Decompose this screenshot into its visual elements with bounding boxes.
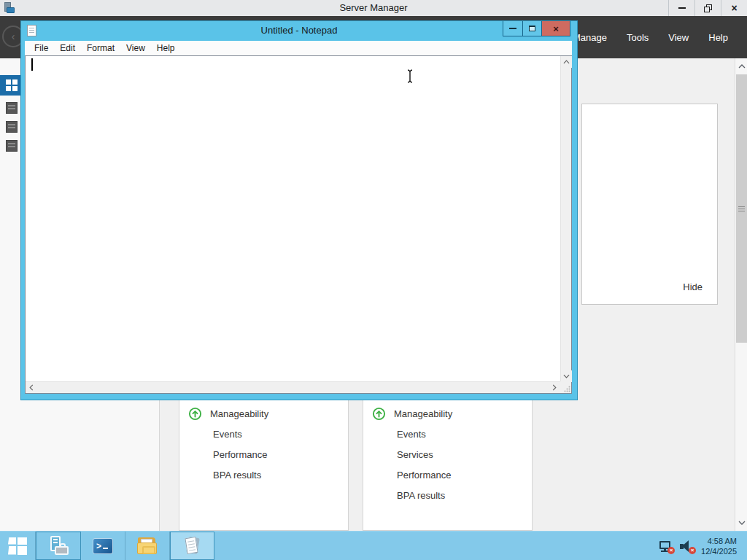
tile1-performance-link[interactable]: Performance (213, 449, 267, 460)
clock-date: 12/4/2025 (701, 546, 737, 556)
notepad-body: File Edit Format View Help (25, 41, 572, 394)
chevron-left-icon (29, 384, 34, 391)
resize-grip-icon (562, 384, 571, 393)
chevron-down-icon (563, 374, 570, 378)
notepad-menu-edit[interactable]: Edit (54, 43, 81, 53)
tile2-bpa-link[interactable]: BPA results (397, 490, 445, 501)
system-tray: × × 4:58 AM 12/4/2025 (659, 532, 747, 560)
menu-manage[interactable]: Manage (573, 32, 607, 43)
tile2-performance-link[interactable]: Performance (397, 470, 451, 481)
tile1-events-row: Events (179, 424, 348, 444)
chevron-right-icon (552, 384, 557, 391)
status-up-arrow-icon (188, 407, 202, 421)
notepad-menu-help[interactable]: Help (151, 43, 181, 53)
notepad-titlebar[interactable]: Untitled - Notepad × (21, 21, 577, 41)
notepad-close-button[interactable]: × (541, 21, 570, 36)
taskbar: > × × 4:58 AM 12/4/2 (0, 531, 747, 560)
scroll-down-button[interactable] (736, 516, 747, 529)
scrollbar-grip-icon (738, 206, 745, 211)
np-scroll-up-button[interactable] (561, 56, 572, 68)
restore-icon (704, 4, 712, 12)
taskbar-file-explorer-button[interactable] (125, 532, 170, 560)
taskbar-powershell-button[interactable]: > (81, 532, 125, 560)
tile2-performance-row: Performance (363, 464, 532, 485)
file-explorer-icon (137, 537, 158, 556)
menu-view[interactable]: View (668, 32, 689, 43)
notepad-horizontal-scrollbar[interactable] (26, 381, 560, 393)
tile2-manageability-link[interactable]: Manageability (394, 408, 452, 419)
np-scroll-left-button[interactable] (26, 382, 37, 393)
tile1-bpa-row: BPA results (179, 464, 348, 485)
sm-minimize-button[interactable] (668, 0, 694, 16)
local-server-icon[interactable] (6, 102, 18, 114)
tile2-services-link[interactable]: Services (397, 449, 433, 460)
taskbar-notepad-button[interactable] (170, 532, 214, 560)
taskbar-clock[interactable]: 4:58 AM 12/4/2025 (701, 536, 737, 556)
notepad-icon (182, 536, 203, 556)
clock-time: 4:58 AM (701, 536, 737, 546)
status-up-arrow-icon (372, 407, 386, 421)
scrollbar-thumb[interactable] (736, 74, 747, 343)
tile2-heading-row: Manageability (363, 403, 532, 424)
start-button[interactable] (0, 532, 36, 560)
server-manager-titlebar: Server Manager × (0, 0, 747, 16)
volume-status-icon[interactable]: × (680, 540, 694, 553)
notepad-menu-format[interactable]: Format (81, 43, 120, 53)
resize-grip[interactable] (560, 381, 571, 393)
np-scroll-down-button[interactable] (561, 370, 572, 382)
notepad-text-area[interactable] (25, 55, 572, 394)
desktop: Server Manager × ‹ Manage Tools View Hel… (0, 0, 747, 560)
notepad-vertical-scrollbar[interactable] (560, 56, 571, 382)
notepad-window-controls: × (503, 21, 570, 36)
welcome-tile: Hide (581, 104, 718, 305)
notepad-minimize-button[interactable] (503, 21, 523, 36)
role-tile-2: Manageability Events Services Performanc… (363, 394, 533, 531)
server-manager-icon (47, 535, 69, 557)
menu-tools[interactable]: Tools (627, 32, 649, 43)
file-storage-services-icon[interactable] (6, 140, 18, 152)
powershell-prompt-glyph: > (96, 541, 101, 551)
tile1-heading-row: Manageability (179, 403, 348, 424)
notepad-menubar: File Edit Format View Help (25, 41, 572, 55)
tile1-performance-row: Performance (179, 444, 348, 464)
windows-logo-icon (8, 537, 27, 555)
maximize-icon (529, 26, 535, 31)
role-tile-1: Manageability Events Performance BPA res… (179, 394, 349, 531)
hide-button[interactable]: Hide (683, 281, 703, 292)
tile2-services-row: Services (363, 444, 532, 464)
chevron-down-icon (738, 521, 746, 525)
sm-close-button[interactable]: × (721, 0, 747, 16)
all-servers-icon[interactable] (6, 121, 18, 133)
server-manager-window-controls: × (668, 0, 747, 16)
close-icon: × (731, 3, 737, 13)
tile2-events-link[interactable]: Events (397, 429, 426, 440)
notepad-window: Untitled - Notepad × File Edit Format Vi… (20, 20, 578, 400)
taskbar-server-manager-button[interactable] (36, 532, 81, 560)
text-caret (31, 58, 33, 71)
tile2-bpa-row: BPA results (363, 485, 532, 505)
tile2-events-row: Events (363, 424, 532, 444)
powershell-icon: > (93, 538, 113, 554)
notepad-menu-file[interactable]: File (28, 43, 54, 53)
tile1-events-link[interactable]: Events (213, 429, 242, 440)
tile1-manageability-link[interactable]: Manageability (210, 408, 268, 419)
chevron-up-icon (563, 60, 570, 64)
tile1-bpa-link[interactable]: BPA results (213, 470, 261, 481)
dashboard-icon (6, 79, 18, 91)
network-status-icon[interactable]: × (659, 540, 673, 553)
text-cursor-pointer (405, 69, 415, 87)
menu-help[interactable]: Help (708, 32, 728, 43)
chevron-up-icon (738, 64, 746, 69)
scroll-up-button[interactable] (736, 60, 747, 73)
sm-restore-button[interactable] (694, 0, 721, 16)
np-scroll-right-button[interactable] (549, 382, 560, 393)
notepad-maximize-button[interactable] (522, 21, 542, 36)
network-error-badge: × (667, 547, 675, 554)
server-manager-menubar: Manage Tools View Help (573, 16, 728, 58)
sm-vertical-scrollbar[interactable] (735, 58, 747, 531)
minimize-icon (509, 28, 516, 29)
server-manager-title: Server Manager (0, 0, 747, 16)
volume-error-badge: × (689, 547, 696, 554)
minimize-icon (678, 7, 686, 9)
notepad-menu-view[interactable]: View (120, 43, 151, 53)
